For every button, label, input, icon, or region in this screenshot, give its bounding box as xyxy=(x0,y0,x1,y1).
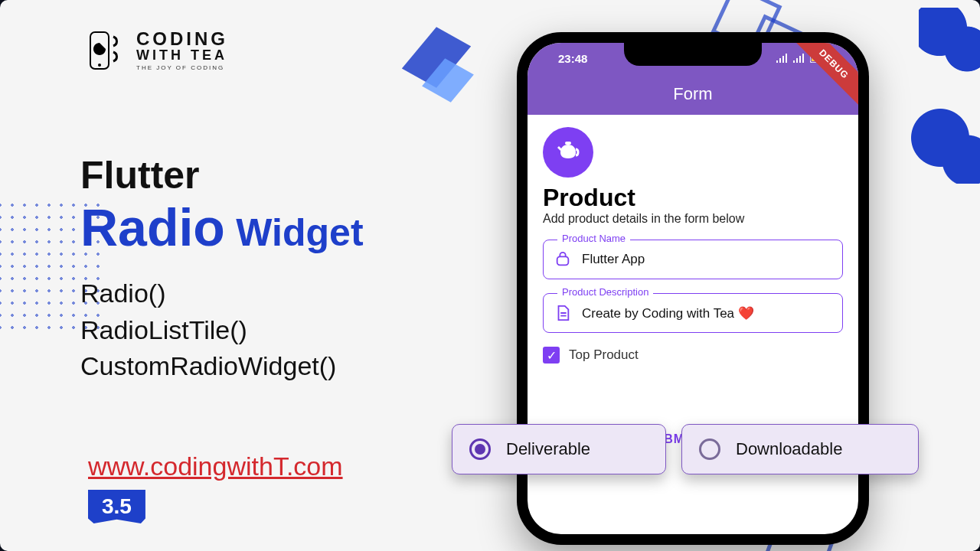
radio-unselected-icon xyxy=(699,439,720,460)
brand-logo: CODING WITH TEA THE JOY OF CODING xyxy=(83,29,228,72)
form-content: Product Add product details in the form … xyxy=(528,115,858,454)
main-heading: Flutter Radio Widget xyxy=(80,153,364,257)
radio-option-deliverable[interactable]: Deliverable xyxy=(452,424,666,474)
heading-emphasis: Radio xyxy=(80,198,225,256)
radio-label: Downloadable xyxy=(736,439,842,459)
radio-option-downloadable[interactable]: Downloadable xyxy=(681,424,919,474)
field-label: Product Name xyxy=(557,233,630,244)
version-badge: 3.5 xyxy=(88,490,145,523)
bag-icon xyxy=(554,251,571,268)
field-value: Flutter App xyxy=(582,252,645,267)
checkbox-icon: ✓ xyxy=(543,347,560,364)
product-title: Product xyxy=(543,184,843,212)
phone-notch xyxy=(624,43,762,66)
flutter-logo-icon xyxy=(398,27,475,103)
status-time: 23:48 xyxy=(558,52,587,65)
radio-label: Deliverable xyxy=(506,439,590,459)
svg-rect-5 xyxy=(565,142,571,145)
api-item: RadioListTile() xyxy=(80,312,336,349)
app-bar-title: Form xyxy=(673,84,712,104)
field-label: Product Description xyxy=(557,286,653,298)
api-list: Radio() RadioListTile() CustomRadioWidge… xyxy=(80,276,336,385)
brand-tagline: THE JOY OF CODING xyxy=(136,65,228,71)
api-item: Radio() xyxy=(80,276,336,312)
heading-line1: Flutter xyxy=(80,153,364,197)
field-value: Create by Coding with Tea ❤️ xyxy=(582,305,754,321)
document-icon xyxy=(554,305,571,321)
product-subtitle: Add product details in the form below xyxy=(543,212,843,226)
signal-icon xyxy=(793,52,805,65)
product-description-field[interactable]: Product Description Create by Coding wit… xyxy=(543,293,843,333)
decor-splatter-2 xyxy=(903,107,980,184)
signal-icon xyxy=(776,52,789,65)
svg-point-1 xyxy=(98,64,101,67)
teacup-phone-icon xyxy=(83,29,126,72)
app-bar: Form xyxy=(528,73,858,115)
radio-selected-icon xyxy=(469,439,491,460)
top-product-checkbox[interactable]: ✓ Top Product xyxy=(543,347,843,364)
heading-trail: Widget xyxy=(236,211,363,254)
decor-splatter-1 xyxy=(919,8,980,77)
checkbox-label: Top Product xyxy=(569,347,639,363)
brand-line1: CODING xyxy=(136,29,228,48)
heart-icon: ❤️ xyxy=(738,306,754,321)
avatar xyxy=(543,127,593,178)
thumbnail-canvas: CODING WITH TEA THE JOY OF CODING Flutte… xyxy=(0,0,980,551)
teapot-icon xyxy=(554,137,582,168)
product-name-field[interactable]: Product Name Flutter App xyxy=(543,240,843,279)
brand-line2: WITH TEA xyxy=(136,48,228,63)
api-item: CustomRadioWidget() xyxy=(80,348,336,385)
website-url[interactable]: www.codingwithT.com xyxy=(88,452,343,481)
svg-rect-6 xyxy=(557,256,569,265)
